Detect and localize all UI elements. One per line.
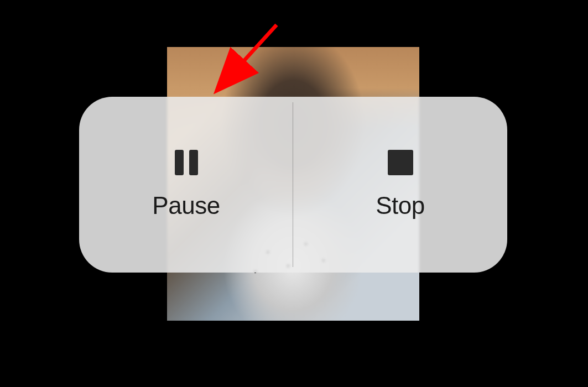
pause-button[interactable]: Pause	[79, 97, 293, 273]
stop-label: Stop	[376, 192, 425, 219]
pause-label: Pause	[152, 192, 220, 219]
stop-button[interactable]: Stop	[293, 97, 507, 273]
stop-icon	[388, 150, 413, 175]
pause-icon	[175, 150, 198, 175]
recording-controls-panel: Pause Stop	[79, 97, 507, 273]
